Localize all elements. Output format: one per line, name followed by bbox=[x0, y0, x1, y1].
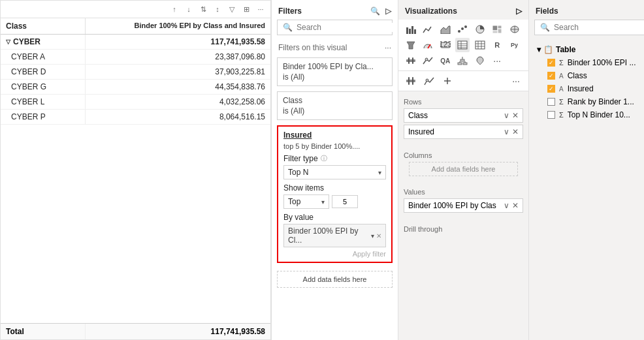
field-checkbox-binder[interactable] bbox=[547, 59, 555, 67]
filter-icon[interactable]: ▽ bbox=[226, 3, 238, 15]
table-row[interactable]: CYBER A 23,387,096.80 bbox=[1, 50, 270, 65]
search-header-icon[interactable]: 🔍 bbox=[370, 7, 380, 16]
viz-icon-funnel[interactable] bbox=[404, 38, 418, 52]
field-item-insured[interactable]: A Insured bbox=[534, 82, 644, 95]
sort-asc-icon[interactable]: ↑ bbox=[169, 3, 180, 15]
viz-icon-line[interactable] bbox=[421, 22, 435, 37]
viz-icon-py[interactable]: Py bbox=[507, 38, 522, 52]
svg-rect-35 bbox=[460, 59, 464, 61]
viz-icon-table[interactable] bbox=[455, 38, 470, 52]
fields-search-box[interactable]: 🔍 bbox=[534, 20, 644, 35]
add-data-fields-columns[interactable]: Add data fields here bbox=[409, 162, 518, 176]
viz-icon-decomp[interactable] bbox=[455, 54, 470, 68]
col-header-value[interactable]: Binder 100% EPI by Class and Insured bbox=[86, 18, 270, 34]
field-checkbox-rank[interactable] bbox=[547, 98, 555, 106]
svg-rect-1 bbox=[409, 29, 411, 34]
col-header-class[interactable]: Class bbox=[1, 18, 86, 34]
fields-panel: Fields ▷ 🔍 ▾ 📋 Table Σ Binder 100% EPI .… bbox=[529, 0, 644, 340]
sort-alpha-icon[interactable]: ↕ bbox=[212, 3, 223, 15]
viz-field-label-insured: Insured bbox=[408, 127, 434, 136]
close-icon[interactable]: ✕ bbox=[512, 127, 519, 136]
viz-icon-bar[interactable] bbox=[404, 22, 418, 37]
sort-desc-icon[interactable]: ↓ bbox=[183, 3, 195, 15]
close-icon[interactable]: ✕ bbox=[376, 232, 381, 240]
close-icon[interactable]: ✕ bbox=[512, 201, 519, 210]
fields-header: Fields ▷ bbox=[529, 0, 644, 20]
by-value-field[interactable]: Binder 100% EPI by Cl... ▾ ✕ bbox=[283, 224, 386, 247]
close-icon[interactable]: ✕ bbox=[512, 111, 519, 120]
viz-icon-qna[interactable]: QA bbox=[438, 54, 453, 68]
table-toolbar: ↑ ↓ ⇅ ↕ ▽ ⊞ ··· bbox=[1, 1, 270, 18]
viz-icon-format[interactable] bbox=[404, 54, 418, 68]
table-row[interactable]: ▽ CYBER 117,741,935.58 bbox=[1, 35, 270, 50]
viz-icon-more[interactable]: ··· bbox=[490, 54, 504, 68]
filters-title: Filters bbox=[278, 7, 302, 16]
viz-more-icon[interactable]: ··· bbox=[509, 74, 523, 88]
viz-icon-r[interactable]: R bbox=[490, 38, 504, 52]
viz-row-field-insured[interactable]: Insured ∨ ✕ bbox=[404, 125, 523, 139]
table-row[interactable]: CYBER L 4,032,258.06 bbox=[1, 95, 270, 110]
svg-rect-39 bbox=[463, 63, 467, 65]
table-row[interactable]: CYBER D 37,903,225.81 bbox=[1, 65, 270, 80]
viz-icon-map[interactable] bbox=[507, 22, 522, 37]
chevron-down-icon[interactable]: ∨ bbox=[504, 201, 509, 210]
chevron-down-icon: ▾ bbox=[371, 232, 374, 240]
viz-icon-pie[interactable] bbox=[473, 22, 487, 37]
sort-multi-icon[interactable]: ⇅ bbox=[197, 3, 209, 15]
viz-icon-treemap[interactable] bbox=[490, 22, 504, 37]
field-item-binder[interactable]: Σ Binder 100% EPI ... bbox=[534, 56, 644, 69]
field-checkbox-topn[interactable] bbox=[547, 111, 555, 119]
viz-expand-icon[interactable]: ▷ bbox=[516, 7, 522, 16]
viz-icon-area[interactable] bbox=[438, 22, 453, 37]
info-icon[interactable]: ⓘ bbox=[321, 154, 327, 163]
viz-add-icon[interactable] bbox=[440, 74, 455, 88]
viz-rows-section: Rows Class ∨ ✕ Insured ∨ ✕ bbox=[398, 91, 528, 145]
table-row[interactable]: CYBER P 8,064,516.15 bbox=[1, 110, 270, 125]
viz-title: Visualizations bbox=[405, 7, 457, 16]
viz-analytics-icon[interactable] bbox=[422, 74, 436, 88]
chevron-down-icon[interactable]: ∨ bbox=[504, 111, 509, 120]
viz-icon-map2[interactable] bbox=[473, 54, 487, 68]
filter-card-binder[interactable]: Binder 100% EPI by Cla... is (All) bbox=[277, 57, 393, 86]
viz-format-icon[interactable] bbox=[404, 74, 418, 88]
filter-card-class[interactable]: Class is (All) bbox=[277, 91, 393, 120]
viz-row-field-class[interactable]: Class ∨ ✕ bbox=[404, 108, 523, 123]
field-item-topn[interactable]: Σ Top N Binder 10... bbox=[534, 108, 644, 121]
viz-values-icons: ∨ ✕ bbox=[504, 201, 519, 210]
viz-icon-matrix[interactable] bbox=[473, 38, 487, 52]
cell-class: CYBER P bbox=[1, 110, 86, 124]
cell-value: 37,903,225.81 bbox=[86, 65, 270, 79]
svg-marker-16 bbox=[407, 42, 415, 49]
viz-icon-scatter[interactable] bbox=[455, 22, 470, 37]
field-item-class[interactable]: A Class bbox=[534, 69, 644, 82]
apply-filter-button[interactable]: Apply filter bbox=[353, 250, 386, 258]
more-icon[interactable]: ··· bbox=[255, 3, 266, 15]
filters-more-icon[interactable]: ··· bbox=[385, 43, 391, 52]
expand-icon[interactable]: ⊞ bbox=[240, 3, 252, 15]
field-checkbox-class[interactable] bbox=[547, 72, 555, 80]
field-name-class: Class bbox=[568, 71, 587, 80]
viz-icon-card[interactable]: 123 bbox=[438, 38, 453, 52]
expand-filters-icon[interactable]: ▷ bbox=[385, 7, 391, 16]
viz-icon-analytics[interactable] bbox=[421, 54, 435, 68]
filter-type-dropdown[interactable]: Top N ▾ bbox=[283, 165, 386, 179]
show-type-dropdown[interactable]: Top ▾ bbox=[283, 194, 329, 209]
fields-search-input[interactable] bbox=[554, 23, 644, 32]
viz-values-field[interactable]: Binder 100% EPI by Clas ∨ ✕ bbox=[404, 198, 523, 213]
cell-class: CYBER L bbox=[1, 95, 86, 109]
field-item-rank[interactable]: Σ Rank by Binder 1... bbox=[534, 95, 644, 108]
filters-search-box[interactable]: 🔍 bbox=[277, 20, 393, 35]
viz-drillthrough-section: Drill through bbox=[398, 219, 528, 240]
svg-rect-40 bbox=[406, 80, 415, 82]
chevron-down-icon[interactable]: ∨ bbox=[504, 127, 509, 136]
field-checkbox-insured[interactable] bbox=[547, 85, 555, 93]
table-row[interactable]: CYBER G 44,354,838.76 bbox=[1, 80, 270, 95]
svg-rect-37 bbox=[458, 63, 462, 65]
expand-row-icon[interactable]: ▽ bbox=[6, 39, 10, 45]
filters-search-input[interactable] bbox=[297, 23, 394, 32]
show-count-input[interactable] bbox=[332, 195, 358, 208]
field-group-header-table[interactable]: ▾ 📋 Table bbox=[534, 43, 644, 56]
add-data-fields-filters[interactable]: Add data fields here bbox=[277, 271, 393, 288]
viz-icon-gauge[interactable] bbox=[421, 38, 435, 52]
insured-filter-title: Insured bbox=[283, 131, 386, 140]
